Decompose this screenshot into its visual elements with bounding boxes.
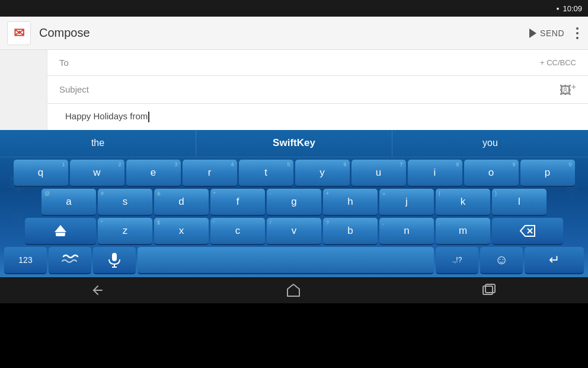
key-t[interactable]: 5t (239, 160, 293, 187)
send-icon (529, 28, 536, 38)
recents-icon (482, 283, 497, 297)
key-a[interactable]: @a (41, 189, 96, 216)
shift-key[interactable] (25, 218, 96, 245)
emoji-icon: ☺ (495, 252, 508, 268)
svg-rect-0 (112, 253, 117, 261)
enter-key[interactable]: ↵ (525, 247, 584, 274)
subject-label: Subject (59, 84, 89, 94)
key-row-1: 1q 2w 3e 4r 5t 6y 7u 8i 9o 0p (2, 160, 586, 187)
subject-field-row: Subject 🖼+ (47, 76, 588, 104)
home-icon (286, 283, 301, 297)
key-g[interactable]: -g (267, 189, 321, 216)
app-title: Compose (39, 26, 529, 40)
gmail-icon: ✉ (7, 21, 31, 45)
key-j[interactable]: =j (379, 189, 434, 216)
keyboard-area: ❄ ❄ ❄ the SwiftKey you 1q 2w 3e 4r 5t 6y… (0, 130, 588, 277)
to-label: To (59, 58, 89, 68)
body-input[interactable]: Happy Holidays from (59, 111, 576, 122)
text-cursor (148, 112, 149, 122)
space-key[interactable] (138, 247, 434, 274)
key-d[interactable]: &d (154, 189, 209, 216)
compose-content: To + CC/BCC Subject 🖼+ Happy Holidays fr… (47, 50, 588, 130)
to-field-row: To + CC/BCC (47, 50, 588, 76)
keyboard-keys: 1q 2w 3e 4r 5t 6y 7u 8i 9o 0p @a #s &d *… (0, 157, 588, 277)
key-row-2: @a #s &d *f -g +h =j (k )l (2, 189, 586, 216)
key-v[interactable]: /v (267, 218, 321, 245)
key-z[interactable]: "z (98, 218, 152, 245)
emoji-key[interactable]: ☺ (480, 247, 523, 274)
key-u[interactable]: 7u (351, 160, 406, 187)
key-w[interactable]: 2w (70, 160, 124, 187)
key-k[interactable]: (k (436, 189, 490, 216)
body-text: Happy Holidays from (65, 111, 148, 121)
key-y[interactable]: 6y (295, 160, 350, 187)
key-i[interactable]: 8i (408, 160, 462, 187)
compose-wrapper: To + CC/BCC Subject 🖼+ Happy Holidays fr… (0, 50, 588, 130)
time-display: 10:09 (563, 4, 582, 13)
suggestion-middle-text: SwiftKey (273, 137, 315, 149)
key-o[interactable]: 9o (464, 160, 519, 187)
num-key[interactable]: 123 (4, 247, 47, 274)
key-e[interactable]: 3e (126, 160, 181, 187)
dot-icon (576, 32, 579, 34)
gmail-letter: ✉ (14, 26, 24, 41)
punct-label: .,!? (452, 256, 462, 264)
key-q[interactable]: 1q (14, 160, 68, 187)
send-button[interactable]: SEND (529, 28, 564, 38)
key-row-4: 123 .,!? ☺ (2, 247, 586, 274)
key-b[interactable]: ?b (323, 218, 378, 245)
suggestion-right[interactable]: you (392, 130, 588, 157)
key-m[interactable]: .m (436, 218, 490, 245)
home-button[interactable] (286, 283, 301, 297)
body-field-row: Happy Holidays from (47, 104, 588, 130)
dot-icon (576, 27, 579, 30)
key-x[interactable]: $x (154, 218, 209, 245)
more-options-button[interactable] (574, 25, 581, 42)
key-f[interactable]: *f (210, 189, 265, 216)
backspace-icon (519, 224, 536, 237)
swiftkey-logo-icon (61, 253, 79, 267)
key-h[interactable]: +h (323, 189, 378, 216)
compose-left-margin (0, 50, 47, 130)
suggestion-left[interactable]: the (0, 130, 196, 157)
key-l[interactable]: )l (492, 189, 547, 216)
suggestion-left-text: the (91, 138, 104, 148)
attach-button[interactable]: 🖼+ (560, 82, 576, 97)
num-label: 123 (18, 255, 32, 265)
dot-icon (576, 37, 579, 39)
key-c[interactable]: 'c (210, 218, 265, 245)
status-bar: ▪ 10:09 (0, 0, 588, 17)
key-p[interactable]: 0p (520, 160, 575, 187)
suggestion-bar: the SwiftKey you (0, 130, 588, 157)
bottom-nav (0, 277, 588, 303)
punct-key[interactable]: .,!? (436, 247, 478, 274)
backspace-key[interactable] (492, 218, 563, 245)
key-s[interactable]: #s (98, 189, 152, 216)
mic-key[interactable] (93, 247, 136, 274)
send-label: SEND (540, 28, 564, 38)
action-bar: ✉ Compose SEND (0, 17, 588, 50)
suggestion-right-text: you (482, 138, 498, 148)
enter-icon: ↵ (549, 252, 560, 268)
mic-icon (108, 252, 121, 268)
back-icon (91, 284, 104, 297)
swiftkey-logo-key[interactable] (49, 247, 91, 274)
shift-icon (55, 225, 66, 236)
battery-icon: ▪ (557, 4, 560, 13)
back-button[interactable] (91, 284, 104, 297)
suggestion-middle[interactable]: SwiftKey (196, 130, 392, 157)
key-n[interactable]: ,n (379, 218, 434, 245)
key-row-3: "z $x 'c /v ?b ,n .m (2, 218, 586, 245)
cc-bcc-button[interactable]: + CC/BCC (540, 58, 576, 67)
recents-button[interactable] (482, 283, 497, 297)
key-r[interactable]: 4r (183, 160, 237, 187)
